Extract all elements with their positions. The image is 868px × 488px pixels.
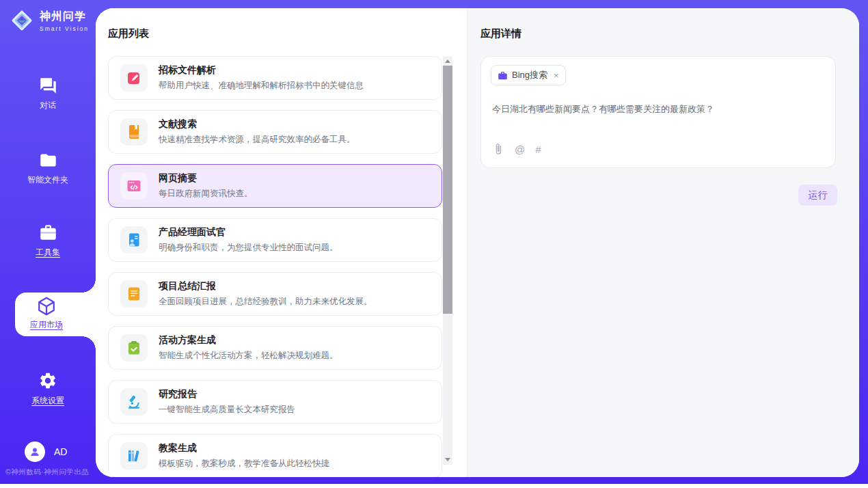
main-panel: 应用列表 招标文件解析 帮助用户快速、准确地理解和解析招标书中的关键信息 bbox=[96, 8, 859, 477]
copyright-footer: ©神州数码·神州问学出品 bbox=[5, 467, 89, 477]
folder-icon bbox=[39, 151, 57, 170]
app-card-title: 活动方案生成 bbox=[159, 334, 338, 347]
microscope-icon bbox=[120, 388, 148, 416]
books-icon bbox=[120, 442, 148, 470]
app-card-title: 产品经理面试官 bbox=[159, 226, 338, 239]
app-card-title: 文献搜索 bbox=[159, 118, 355, 131]
tool-tag-bing-search[interactable]: Bing搜索 × bbox=[491, 65, 566, 85]
app-card-title: 网页摘要 bbox=[159, 172, 253, 185]
app-card-desc: 模板驱动，教案秒成，教学准备从此轻松快捷 bbox=[159, 458, 329, 470]
webpage-code-icon bbox=[120, 172, 148, 200]
clipboard-check-icon bbox=[120, 334, 148, 362]
summary-note-icon bbox=[120, 280, 148, 308]
sidebar-item-label: 工具集 bbox=[36, 247, 60, 258]
tag-close-icon[interactable]: × bbox=[554, 70, 559, 81]
app-card-desc: 快速精准查找学术资源，提高研究效率的必备工具。 bbox=[159, 134, 355, 146]
app-card-desc: 明确身份和职责，为您提供专业性的面试问题。 bbox=[159, 242, 338, 254]
interview-resume-icon bbox=[120, 226, 148, 254]
app-detail-title: 应用详情 bbox=[467, 8, 859, 40]
app-card-literature-search[interactable]: 文献搜索 快速精准查找学术资源，提高研究效率的必备工具。 bbox=[108, 110, 442, 154]
cube-icon bbox=[36, 296, 57, 316]
avatar bbox=[25, 442, 45, 462]
scrollbar-down-arrow[interactable] bbox=[445, 458, 450, 461]
prompt-editor[interactable]: Bing搜索 × 今日湖北有哪些新闻要点？有哪些需要关注的最新政策？ @ # bbox=[480, 56, 836, 168]
briefcase-icon bbox=[498, 70, 508, 81]
person-icon bbox=[29, 446, 41, 458]
sidebar-item-settings[interactable]: 系统设置 bbox=[0, 371, 96, 407]
app-list-panel: 应用列表 招标文件解析 帮助用户快速、准确地理解和解析招标书中的关键信息 bbox=[96, 8, 467, 477]
sidebar-item-smart-folder[interactable]: 智能文件夹 bbox=[0, 151, 96, 186]
composer-toolbar: @ # bbox=[492, 143, 541, 155]
brand-logo: 神州问学 Smart Vision bbox=[10, 8, 89, 33]
edit-document-icon bbox=[120, 64, 148, 92]
user-name: AD bbox=[54, 446, 67, 457]
sidebar-item-label: 智能文件夹 bbox=[27, 174, 68, 186]
toolbox-icon bbox=[39, 223, 57, 242]
tool-tag-label: Bing搜索 bbox=[512, 69, 547, 81]
app-card-list: 招标文件解析 帮助用户快速、准确地理解和解析招标书中的关键信息 文献搜索 bbox=[108, 56, 442, 477]
app-card-webpage-summary-selected[interactable]: 网页摘要 每日政府新闻资讯快查。 bbox=[108, 164, 442, 208]
user-chip[interactable]: AD bbox=[25, 442, 67, 462]
app-card-title: 招标文件解析 bbox=[159, 64, 364, 77]
run-button[interactable]: 运行 bbox=[798, 185, 837, 206]
hashtag-icon[interactable]: # bbox=[535, 144, 541, 154]
chat-icon bbox=[39, 77, 57, 95]
diamond-logo-icon bbox=[10, 8, 34, 33]
app-card-event-plan[interactable]: 活动方案生成 智能生成个性化活动方案，轻松解决规划难题。 bbox=[108, 326, 442, 370]
app-card-title: 教案生成 bbox=[159, 442, 329, 455]
attachment-icon[interactable] bbox=[492, 143, 504, 155]
app-frame: 神州问学 Smart Vision 对话 智能文件夹 工具集 bbox=[0, 0, 868, 484]
brand-name: 神州问学 bbox=[40, 10, 89, 24]
scrollbar-thumb[interactable] bbox=[443, 66, 452, 314]
app-card-desc: 帮助用户快速、准确地理解和解析招标书中的关键信息 bbox=[159, 80, 364, 92]
query-text: 今日湖北有哪些新闻要点？有哪些需要关注的最新政策？ bbox=[492, 103, 824, 116]
sidebar-item-app-market-active[interactable]: 应用市场 bbox=[15, 293, 96, 336]
app-card-pm-interviewer[interactable]: 产品经理面试官 明确身份和职责，为您提供专业性的面试问题。 bbox=[108, 218, 442, 262]
sidebar-item-chat[interactable]: 对话 bbox=[0, 77, 96, 111]
app-card-desc: 全面回顾项目进展，总结经验教训，助力未来优化发展。 bbox=[159, 296, 372, 308]
sidebar: 神州问学 Smart Vision 对话 智能文件夹 工具集 bbox=[0, 0, 96, 484]
app-card-project-summary[interactable]: 项目总结汇报 全面回顾项目进展，总结经验教训，助力未来优化发展。 bbox=[108, 272, 442, 316]
app-card-lesson-plan[interactable]: 教案生成 模板驱动，教案秒成，教学准备从此轻松快捷 bbox=[108, 434, 442, 477]
app-card-title: 项目总结汇报 bbox=[159, 280, 372, 293]
mention-icon[interactable]: @ bbox=[515, 144, 525, 154]
sidebar-item-toolset[interactable]: 工具集 bbox=[0, 223, 96, 258]
app-card-desc: 智能生成个性化活动方案，轻松解决规划难题。 bbox=[159, 350, 338, 362]
app-list-title: 应用列表 bbox=[96, 8, 467, 40]
brand-tagline: Smart Vision bbox=[40, 25, 89, 32]
app-detail-panel: 应用详情 Bing搜索 × 今日湖北有哪些新闻要点？有哪些需要关注的最新政策？ … bbox=[467, 8, 859, 477]
sidebar-item-label: 应用市场 bbox=[30, 319, 63, 331]
app-card-desc: 每日政府新闻资讯快查。 bbox=[159, 188, 253, 200]
book-icon bbox=[120, 118, 148, 146]
sidebar-item-label: 对话 bbox=[40, 100, 56, 111]
app-card-research-report[interactable]: 研究报告 一键智能生成高质量长文本研究报告 bbox=[108, 380, 442, 424]
gear-icon bbox=[38, 371, 57, 390]
sidebar-item-label: 系统设置 bbox=[31, 395, 64, 407]
list-scrollbar[interactable] bbox=[443, 56, 452, 465]
app-card-tender-parse[interactable]: 招标文件解析 帮助用户快速、准确地理解和解析招标书中的关键信息 bbox=[108, 56, 442, 100]
app-card-desc: 一键智能生成高质量长文本研究报告 bbox=[159, 404, 295, 416]
app-card-title: 研究报告 bbox=[159, 388, 295, 401]
scrollbar-up-arrow[interactable] bbox=[445, 59, 450, 63]
